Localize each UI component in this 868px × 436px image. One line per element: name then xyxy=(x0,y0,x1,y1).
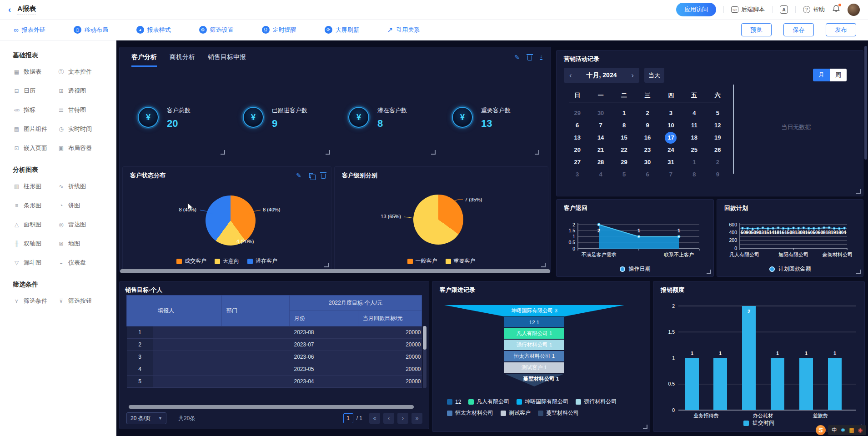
preview-button[interactable]: 预览 xyxy=(741,23,772,36)
kpi-card[interactable]: ¥潜在客户数8 xyxy=(336,82,438,157)
table-row[interactable]: 32023-0620000 xyxy=(127,351,422,363)
calendar-day[interactable]: 2 xyxy=(706,156,729,168)
toolbar-item-mobile-layout[interactable]: ▯移动布局 xyxy=(74,26,108,34)
edit-icon[interactable]: ✎ xyxy=(296,172,301,179)
funnel-segment[interactable]: 凡人有限公司 1 xyxy=(504,328,564,339)
tab-商机分析[interactable]: 商机分析 xyxy=(170,53,195,67)
table-row[interactable]: 22023-0720000 xyxy=(127,339,422,351)
legend-item[interactable]: 重要客户 xyxy=(446,257,476,265)
toolbar-item-scheduled-reminder[interactable]: Ω定时提醒 xyxy=(262,26,296,34)
legend-item[interactable]: 12 xyxy=(447,398,461,406)
vertical-scrollbar[interactable] xyxy=(864,46,867,160)
calendar-day[interactable]: 18 xyxy=(682,131,706,144)
calendar-day[interactable]: 8 xyxy=(612,119,636,131)
calendar-day[interactable]: 1 xyxy=(682,156,706,168)
ime-star-icon[interactable]: ✱ xyxy=(841,427,845,433)
edit-icon[interactable]: ✎ xyxy=(514,54,520,60)
sidebar-item[interactable]: 4,80指标 xyxy=(13,106,57,114)
calendar-day[interactable]: 15 xyxy=(612,131,636,144)
delete-icon[interactable] xyxy=(527,55,532,60)
calendar-day[interactable]: 21 xyxy=(589,144,612,156)
legend-item[interactable]: 蔓墅材料公司 xyxy=(538,409,579,417)
ime-lang[interactable]: 中 xyxy=(832,427,837,433)
calendar-day[interactable]: 10 xyxy=(659,119,682,131)
sidebar-item[interactable]: ◎雷达图 xyxy=(57,221,102,229)
view-toggle-周[interactable]: 周 xyxy=(830,69,847,81)
calendar-day[interactable]: 1 xyxy=(612,107,636,119)
calendar-day[interactable]: 8 xyxy=(682,168,706,180)
calendar-day[interactable]: 26 xyxy=(706,144,729,156)
toolbar-item-screen-refresh[interactable]: ⟳大屏刷新 xyxy=(325,26,359,34)
table-horizontal-scrollbar[interactable] xyxy=(129,405,414,409)
copy-icon[interactable] xyxy=(309,173,313,178)
customer-return-area-chart[interactable]: 21.510.50211不满足客户需求联系不上客户 xyxy=(559,214,712,264)
sidebar-item[interactable]: ▥柱形图 xyxy=(13,182,57,190)
calendar-day[interactable]: 27 xyxy=(566,156,589,168)
calendar-day[interactable]: 16 xyxy=(636,131,659,144)
table-row[interactable]: 12023-0820000 xyxy=(127,326,422,339)
next-page-button[interactable]: › xyxy=(397,413,408,424)
sidebar-item[interactable]: ⊠地图 xyxy=(57,240,102,248)
table-row[interactable]: 42023-0520000 xyxy=(127,363,422,376)
calendar-day[interactable]: 4 xyxy=(589,168,612,180)
last-page-button[interactable]: » xyxy=(411,413,422,424)
notification-bell-icon[interactable] xyxy=(832,5,840,15)
calendar-day[interactable]: 2 xyxy=(636,107,659,119)
help-button[interactable]: ? 帮助 xyxy=(803,5,825,14)
user-avatar[interactable] xyxy=(848,4,860,16)
sidebar-item[interactable]: ☰甘特图 xyxy=(57,106,102,114)
legend-item[interactable]: 凡人有限公司 xyxy=(468,398,509,406)
sidebar-item[interactable]: ▣布局容器 xyxy=(57,144,102,152)
calendar-day[interactable]: 9 xyxy=(706,168,729,180)
app-access-button[interactable]: 应用访问 xyxy=(676,3,716,16)
legend-item[interactable]: 恒太方材料公司 xyxy=(447,409,493,417)
customer-status-pie-chart[interactable] xyxy=(206,195,256,246)
delete-icon[interactable] xyxy=(321,174,326,179)
sidebar-item[interactable]: ⋎筛选条件 xyxy=(13,297,57,305)
sidebar-item[interactable]: ◒仪表盘 xyxy=(57,259,102,267)
save-button[interactable]: 保存 xyxy=(783,23,814,36)
funnel-segment[interactable]: 强行材料公司 1 xyxy=(504,340,564,350)
calendar-day[interactable]: 9 xyxy=(636,119,659,131)
calendar-day[interactable]: 14 xyxy=(589,131,612,144)
calendar-day[interactable]: 7 xyxy=(589,119,612,131)
next-month-icon[interactable]: › xyxy=(631,71,634,79)
sidebar-item[interactable]: ≡条形图 xyxy=(13,201,57,210)
funnel-segment[interactable]: 12 1 xyxy=(504,317,564,327)
legend-item[interactable]: 坤曙国际有限公司 xyxy=(517,398,568,406)
back-icon[interactable]: ‹ xyxy=(8,5,11,15)
sidebar-item[interactable]: ▽漏斗图 xyxy=(13,259,57,267)
page-title[interactable]: A报表 xyxy=(17,5,36,15)
calendar-day[interactable]: 13 xyxy=(566,131,589,144)
toolbar-item-report-style[interactable]: ◕报表样式 xyxy=(136,26,171,34)
funnel-segment[interactable]: 坤曙国际有限公司 3 xyxy=(444,305,624,316)
sidebar-item[interactable]: ◔饼图 xyxy=(57,201,102,210)
legend-item[interactable]: 测试客户 xyxy=(501,409,531,417)
legend-item[interactable]: 成交客户 xyxy=(176,257,206,265)
expense-bar-chart[interactable]: 21.510.50112111业务招待费办公耗材差旅费 xyxy=(658,294,861,424)
calendar-day[interactable]: 25 xyxy=(682,144,706,156)
customer-level-pie-chart[interactable] xyxy=(413,195,463,245)
calendar-day[interactable]: 28 xyxy=(589,156,612,168)
calendar-day[interactable]: 12 xyxy=(706,119,729,131)
ime-dot-icon[interactable]: ◉ xyxy=(858,427,863,433)
kpi-card[interactable]: ¥重要客户数13 xyxy=(439,82,542,157)
ime-grid-icon[interactable]: ▦ xyxy=(849,427,854,433)
kpi-card[interactable]: ¥客户总数20 xyxy=(125,82,227,157)
first-page-button[interactable]: « xyxy=(369,413,380,424)
table-row[interactable]: 52023-0420000 xyxy=(127,376,422,388)
kpi-card[interactable]: ¥已跟进客户数9 xyxy=(230,82,332,157)
sidebar-item[interactable]: ⊞透视图 xyxy=(57,87,102,95)
calendar-day[interactable]: 7 xyxy=(659,168,682,180)
tab-销售目标申报[interactable]: 销售目标申报 xyxy=(208,53,246,67)
tab-客户分析[interactable]: 客户分析 xyxy=(131,53,157,67)
calendar-day[interactable]: 22 xyxy=(612,144,636,156)
sidebar-item[interactable]: Ⓣ文本控件 xyxy=(57,68,102,76)
table-vertical-scrollbar[interactable] xyxy=(423,326,426,388)
view-toggle-月[interactable]: 月 xyxy=(813,69,830,81)
sidebar-item[interactable]: ▤图片组件 xyxy=(13,125,57,133)
calendar-day[interactable]: 11 xyxy=(682,119,706,131)
funnel-segment[interactable]: 恒太方材料公司 1 xyxy=(504,351,564,361)
sidebar-item[interactable]: △面积图 xyxy=(13,221,57,229)
sidebar-item[interactable]: ▦数据表 xyxy=(13,68,57,76)
